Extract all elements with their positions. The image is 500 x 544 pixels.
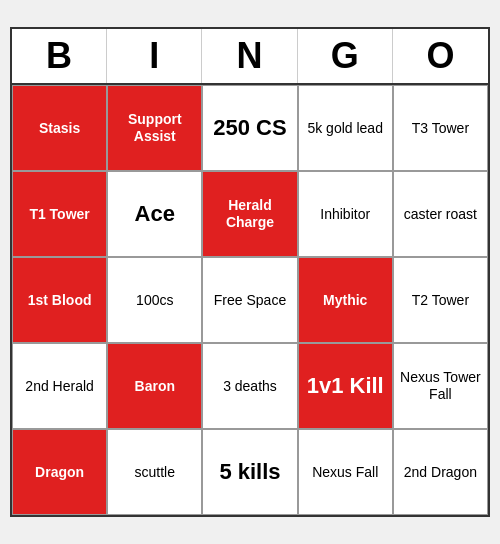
bingo-grid: StasisSupport Assist250 CS5k gold leadT3… [12,85,488,515]
bingo-letter-i: I [107,29,202,83]
cell-4: T3 Tower [393,85,488,171]
cell-18: 1v1 Kill [298,343,393,429]
cell-24: 2nd Dragon [393,429,488,515]
cell-17: 3 deaths [202,343,297,429]
bingo-letter-g: G [298,29,393,83]
cell-1: Support Assist [107,85,202,171]
cell-21: scuttle [107,429,202,515]
bingo-header: BINGO [12,29,488,85]
cell-16: Baron [107,343,202,429]
bingo-letter-n: N [202,29,297,83]
cell-14: T2 Tower [393,257,488,343]
cell-22: 5 kills [202,429,297,515]
bingo-letter-b: B [12,29,107,83]
cell-8: Inhibitor [298,171,393,257]
cell-19: Nexus Tower Fall [393,343,488,429]
cell-13: Mythic [298,257,393,343]
cell-3: 5k gold lead [298,85,393,171]
bingo-card: BINGO StasisSupport Assist250 CS5k gold … [10,27,490,517]
cell-5: T1 Tower [12,171,107,257]
cell-12: Free Space [202,257,297,343]
cell-20: Dragon [12,429,107,515]
cell-10: 1st Blood [12,257,107,343]
cell-7: Herald Charge [202,171,297,257]
cell-0: Stasis [12,85,107,171]
cell-2: 250 CS [202,85,297,171]
cell-15: 2nd Herald [12,343,107,429]
cell-9: caster roast [393,171,488,257]
cell-23: Nexus Fall [298,429,393,515]
bingo-letter-o: O [393,29,488,83]
cell-11: 100cs [107,257,202,343]
cell-6: Ace [107,171,202,257]
